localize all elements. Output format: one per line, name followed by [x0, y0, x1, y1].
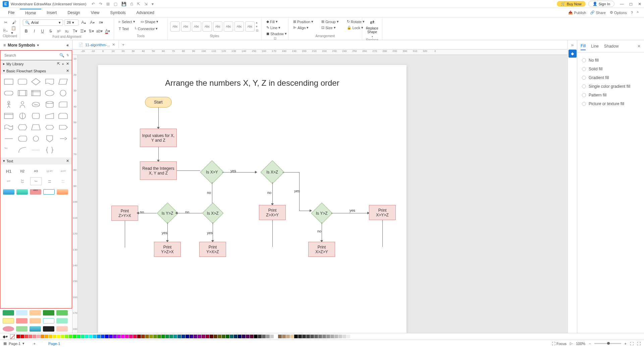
color-swatch[interactable]	[202, 335, 205, 338]
color-swatch[interactable]	[234, 335, 237, 338]
shape-hexagon[interactable]	[17, 123, 28, 132]
opt-gradient-fill[interactable]: Gradient fill	[582, 73, 639, 82]
style-preset[interactable]: Abc	[213, 21, 223, 31]
text-h3[interactable]: H3	[30, 167, 42, 175]
shape-hexagon-cyl[interactable]	[17, 111, 28, 121]
color-swatch[interactable]	[77, 335, 80, 338]
text-para[interactable]: ▬▬▬▬	[44, 177, 55, 185]
text-preset[interactable]	[57, 189, 68, 195]
shape-offpage[interactable]	[44, 134, 55, 143]
connector-tool[interactable]: └ Connector ▾	[132, 26, 160, 31]
open-icon[interactable]: ▢	[114, 2, 117, 6]
page-dropdown-icon[interactable]: ▾	[22, 341, 24, 346]
color-swatch[interactable]	[81, 335, 85, 338]
text-12pt[interactable]: 12 PT	[44, 167, 55, 175]
color-swatch[interactable]	[242, 335, 246, 338]
my-library-header[interactable]: ▸ My Library ⇱ + ✕	[0, 60, 72, 67]
text-preset[interactable]	[56, 310, 68, 316]
shape-tool[interactable]: ▭ Shape ▾	[139, 19, 161, 24]
tab-fill[interactable]: Fill	[581, 42, 586, 50]
subscript-icon[interactable]: x₂	[63, 27, 70, 35]
fc-is-yz2[interactable]: Is Y>Z	[311, 203, 333, 224]
collapse-ribbon-icon[interactable]: ^	[637, 11, 639, 15]
shape-rectangle[interactable]	[3, 77, 14, 86]
color-swatch[interactable]	[61, 335, 64, 338]
color-swatch[interactable]	[69, 335, 72, 338]
undo-icon[interactable]: ↶	[92, 2, 95, 6]
size-button[interactable]: ⊡ Size▾	[319, 25, 341, 30]
text-preset[interactable]	[30, 310, 41, 316]
color-swatch[interactable]	[65, 335, 68, 338]
color-swatch[interactable]	[173, 335, 177, 338]
color-swatch[interactable]	[133, 335, 137, 338]
align-button[interactable]: ⊫ Align▾	[291, 25, 315, 30]
color-swatch[interactable]	[45, 335, 48, 338]
text-preset[interactable]	[43, 189, 55, 195]
color-swatch[interactable]	[274, 335, 278, 338]
shape-database[interactable]	[44, 100, 55, 109]
text-box[interactable]: Text	[30, 177, 42, 185]
text-h1[interactable]: H1	[3, 167, 14, 175]
color-swatch[interactable]	[266, 335, 270, 338]
color-swatch[interactable]	[282, 335, 286, 338]
text-list[interactable]: • —• —	[57, 177, 69, 185]
opt-no-fill[interactable]: No fill	[582, 56, 639, 65]
text-preset[interactable]	[16, 318, 28, 324]
section-close-icon[interactable]: ✕	[66, 69, 69, 73]
buy-now-button[interactable]: 🛒 Buy Now	[557, 1, 586, 7]
lib-close-icon[interactable]: ✕	[66, 62, 69, 66]
color-swatch[interactable]	[33, 335, 36, 338]
color-swatch[interactable]	[93, 335, 97, 338]
style-preset[interactable]: Abc	[192, 21, 201, 31]
color-swatch[interactable]	[306, 335, 310, 338]
color-swatch[interactable]	[210, 335, 213, 338]
text-preset[interactable]	[56, 326, 68, 332]
color-swatch[interactable]	[334, 335, 338, 338]
position-button[interactable]: ⊞ Position▾	[291, 19, 315, 24]
color-swatch[interactable]	[181, 335, 185, 338]
shape-yes-bubble[interactable]: Yes	[30, 100, 42, 109]
sign-in-button[interactable]: 👤 Sign In	[588, 1, 614, 7]
color-swatch[interactable]	[254, 335, 258, 338]
fill-tool-icon[interactable]: ◆	[569, 50, 577, 58]
shape-note[interactable]	[57, 145, 69, 155]
color-swatch[interactable]	[109, 335, 113, 338]
color-swatch[interactable]	[169, 335, 173, 338]
highlight-icon[interactable]: ab▾	[96, 27, 103, 35]
color-swatch[interactable]	[129, 335, 133, 338]
color-swatch[interactable]	[73, 335, 76, 338]
italic-icon[interactable]: I	[31, 27, 38, 35]
shape-line[interactable]	[3, 134, 14, 143]
font-family-select[interactable]: 🔍 Arial ▾	[23, 19, 63, 26]
color-swatch[interactable]	[314, 335, 318, 338]
publish-button[interactable]: 📤 Publish	[568, 10, 586, 15]
shape-brace[interactable]	[44, 145, 55, 155]
color-swatch[interactable]	[338, 335, 342, 338]
style-preset[interactable]: Abc	[170, 21, 180, 31]
import-icon[interactable]: ⇲	[144, 2, 148, 6]
add-tab-icon[interactable]: +	[119, 43, 128, 47]
text-preset[interactable]	[16, 189, 28, 195]
no-color-swatch[interactable]	[10, 334, 15, 339]
color-swatch[interactable]	[206, 335, 209, 338]
paste-icon[interactable]: 📋▾	[11, 27, 17, 34]
color-swatch[interactable]	[246, 335, 250, 338]
page-select[interactable]: Page-1	[9, 342, 20, 346]
fc-print-yxz[interactable]: Print Y>X>Z	[199, 242, 226, 257]
strikethrough-icon[interactable]: S̶	[47, 27, 54, 35]
text-block[interactable]: TextText	[17, 177, 28, 185]
format-painter-icon[interactable]: 🖌	[11, 19, 17, 26]
shape-card[interactable]	[57, 100, 69, 109]
text-8pt[interactable]: 8 PT	[3, 177, 14, 185]
line-button[interactable]: ✎ Line ▾	[264, 25, 285, 30]
shape-internal-storage[interactable]	[30, 88, 42, 98]
color-swatch[interactable]	[41, 335, 44, 338]
opt-picture-fill[interactable]: Picture or texture fill	[582, 99, 639, 108]
document-tab[interactable]: 📄 11-algorithm-... ✕	[75, 41, 119, 48]
text-preset[interactable]	[3, 189, 14, 195]
opt-solid-fill[interactable]: Solid fill	[582, 65, 639, 73]
lib-add-icon[interactable]: +	[62, 62, 64, 66]
color-swatch[interactable]	[214, 335, 217, 338]
color-swatch[interactable]	[230, 335, 233, 338]
text-preset[interactable]	[43, 318, 54, 324]
